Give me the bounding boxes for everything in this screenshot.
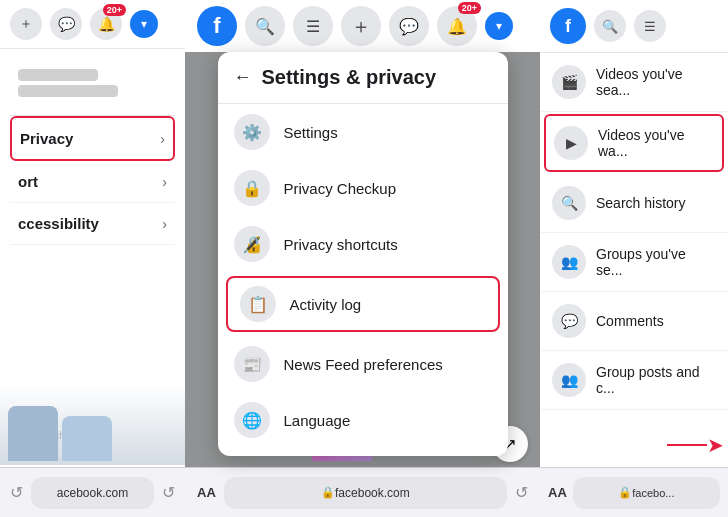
arrow-line: [667, 444, 707, 446]
left-menu-item-privacy[interactable]: Privacy ›: [10, 116, 175, 161]
reload-icon[interactable]: ↺: [10, 483, 23, 502]
middle-browser-url[interactable]: 🔒 facebook.com: [224, 477, 507, 509]
right-panel: f 🔍 ☰ 🎬 Videos you've sea... ▶ Videos yo…: [540, 0, 728, 517]
group-posts-label: Group posts and c...: [596, 364, 716, 396]
news-feed-item[interactable]: 📰 News Feed preferences: [218, 336, 508, 392]
middle-reload-icon[interactable]: ↺: [515, 483, 528, 502]
language-item[interactable]: 🌐 Language: [218, 392, 508, 448]
left-browser-bar: ↺ acebook.com ↺: [0, 467, 185, 517]
left-panel: ＋ 💬 🔔 20+ ▾ Privacy › ort › cces: [0, 0, 185, 517]
left-url-text: acebook.com: [57, 486, 128, 500]
accessibility-label: ccessibility: [18, 215, 99, 232]
right-aa-text: AA: [548, 485, 567, 500]
news-icon: 📰: [234, 346, 270, 382]
privacy-shortcuts-item[interactable]: 🔏 Privacy shortcuts: [218, 216, 508, 272]
profile-name-blurred: [18, 69, 98, 81]
profile-sub-blurred: [18, 85, 118, 97]
left-content: Privacy › ort › ccessibility ›: [0, 49, 185, 255]
right-item-videos-watched[interactable]: ▶ Videos you've wa...: [544, 114, 724, 172]
middle-url-text: facebook.com: [335, 486, 410, 500]
language-label: Language: [284, 412, 351, 429]
groups-icon: 👥: [552, 245, 586, 279]
right-hamburger-icon[interactable]: ☰: [634, 10, 666, 42]
right-item-search-history[interactable]: 🔍 Search history: [540, 174, 728, 233]
groups-seen-label: Groups you've se...: [596, 246, 716, 278]
middle-plus-icon[interactable]: ＋: [341, 6, 381, 46]
middle-panel: f 🔍 ☰ ＋ 💬 🔔 20+ ▾ ← Settings & privacy ⚙…: [185, 0, 540, 517]
lock-icon: 🔏: [234, 226, 270, 262]
right-browser-bar: AA 🔒 facebo...: [540, 467, 728, 517]
hamburger-icon[interactable]: ☰: [293, 6, 333, 46]
privacy-checkup-label: Privacy Checkup: [284, 180, 397, 197]
arrow-head-icon: ➤: [707, 433, 724, 457]
facebook-logo: f: [197, 6, 237, 46]
group-post-icon: 👥: [552, 363, 586, 397]
chevron-down-icon[interactable]: ▾: [130, 10, 158, 38]
privacy-label: Privacy: [20, 130, 73, 147]
chevron-right-icon: ›: [160, 131, 165, 147]
video-icon: 🎬: [552, 65, 586, 99]
reload-icon2[interactable]: ↺: [162, 483, 175, 502]
search-history-icon: 🔍: [552, 186, 586, 220]
middle-aa-text: AA: [197, 485, 216, 500]
right-fb-logo: f: [550, 8, 586, 44]
right-item-group-posts[interactable]: 👥 Group posts and c...: [540, 351, 728, 410]
videos-watched-label: Videos you've wa...: [598, 127, 714, 159]
middle-notif-icon[interactable]: 🔔 20+: [437, 6, 477, 46]
list-icon: 📋: [240, 286, 276, 322]
privacy-checkup-item[interactable]: 🔒 Privacy Checkup: [218, 160, 508, 216]
videos-saved-label: Videos you've sea...: [596, 66, 716, 98]
dropdown-title: Settings & privacy: [262, 66, 437, 89]
news-feed-label: News Feed preferences: [284, 356, 443, 373]
middle-lock-icon: 🔒: [321, 486, 335, 499]
right-search-icon[interactable]: 🔍: [594, 10, 626, 42]
right-top-bar: f 🔍 ☰: [540, 0, 728, 53]
settings-item[interactable]: ⚙️ Settings: [218, 104, 508, 160]
activity-log-label: Activity log: [290, 296, 362, 313]
right-lock-icon: 🔒: [618, 486, 632, 499]
notifications-icon[interactable]: 🔔 20+: [90, 8, 122, 40]
middle-browser-bar: AA 🔒 facebook.com ↺: [185, 467, 540, 517]
right-item-videos-saved[interactable]: 🎬 Videos you've sea...: [540, 53, 728, 112]
gear-icon: ⚙️: [234, 114, 270, 150]
right-item-groups-seen[interactable]: 👥 Groups you've se...: [540, 233, 728, 292]
left-menu-item-accessibility[interactable]: ccessibility ›: [10, 203, 175, 245]
left-browser-url[interactable]: acebook.com: [31, 477, 154, 509]
notification-badge: 20+: [103, 4, 126, 16]
activity-log-item[interactable]: 📋 Activity log: [226, 276, 500, 332]
middle-chevron-down[interactable]: ▾: [485, 12, 513, 40]
support-label: ort: [18, 173, 38, 190]
search-icon[interactable]: 🔍: [245, 6, 285, 46]
dropdown-header: ← Settings & privacy: [218, 52, 508, 104]
comments-icon: 💬: [552, 304, 586, 338]
right-browser-url[interactable]: 🔒 facebo...: [573, 477, 720, 509]
middle-notif-badge: 20+: [458, 2, 481, 14]
chevron-right-icon3: ›: [162, 216, 167, 232]
middle-messenger-icon[interactable]: 💬: [389, 6, 429, 46]
middle-top-bar: f 🔍 ☰ ＋ 💬 🔔 20+ ▾: [185, 0, 540, 52]
search-history-label: Search history: [596, 195, 685, 211]
settings-label: Settings: [284, 124, 338, 141]
red-arrow: ➤: [667, 433, 728, 457]
chevron-right-icon2: ›: [162, 174, 167, 190]
left-top-bar: ＋ 💬 🔔 20+ ▾: [0, 0, 185, 49]
back-arrow-icon[interactable]: ←: [234, 67, 252, 88]
left-menu-item-support[interactable]: ort ›: [10, 161, 175, 203]
comments-label: Comments: [596, 313, 664, 329]
privacy-shortcuts-label: Privacy shortcuts: [284, 236, 398, 253]
shield-lock-icon: 🔒: [234, 170, 270, 206]
right-item-comments[interactable]: 💬 Comments: [540, 292, 728, 351]
plus-icon[interactable]: ＋: [10, 8, 42, 40]
messenger-icon[interactable]: 💬: [50, 8, 82, 40]
globe-icon: 🌐: [234, 402, 270, 438]
bottom-images: [0, 385, 185, 465]
settings-privacy-dropdown: ← Settings & privacy ⚙️ Settings 🔒 Priva…: [218, 52, 508, 456]
right-url-text: facebo...: [632, 487, 674, 499]
play-icon: ▶: [554, 126, 588, 160]
